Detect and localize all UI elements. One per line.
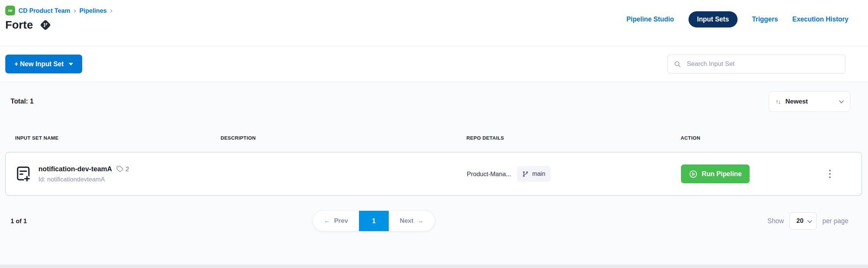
title-row: Forte (5, 19, 112, 31)
table-row[interactable]: notification-dev-teamA 2 Id: notificatio… (5, 152, 862, 196)
input-sets-page: ∞ CD Product Team › Pipelines › Forte (0, 0, 868, 268)
repo-name: Product-Mana... (467, 171, 511, 178)
pagination-row: 1 of 1 ← Prev 1 Next → Show 20 per pag (11, 211, 848, 231)
window-bottom-edge (0, 265, 868, 268)
input-set-name-stack: notification-dev-teamA 2 Id: notificatio… (38, 165, 129, 183)
breadcrumb-link-pipelines[interactable]: Pipelines (80, 7, 107, 14)
summary-row: Total: 1 ↑↓ Newest (11, 91, 850, 112)
prev-label: Prev (334, 217, 348, 225)
chevron-down-icon (839, 99, 844, 104)
chevron-right-icon: › (110, 6, 112, 15)
page-header: ∞ CD Product Team › Pipelines › Forte (0, 0, 868, 46)
column-header-input-set-name: INPUT SET NAME (15, 135, 221, 141)
git-repo-icon (40, 20, 51, 31)
arrow-left-icon: ← (324, 217, 330, 225)
column-header-repo-details: REPO DETAILS (466, 135, 681, 141)
tag-count: 2 (116, 165, 129, 173)
page-range-label: 1 of 1 (11, 218, 27, 225)
sort-selected-value: Newest (785, 98, 840, 105)
prev-page-button[interactable]: ← Prev (313, 211, 359, 231)
chevron-down-icon (807, 218, 812, 223)
table-header-row: INPUT SET NAME DESCRIPTION REPO DETAILS … (5, 135, 862, 141)
cd-module-icon: ∞ (5, 6, 15, 15)
play-circle-icon (689, 170, 698, 178)
breadcrumb: ∞ CD Product Team › Pipelines › (5, 6, 112, 15)
tab-input-sets[interactable]: Input Sets (689, 11, 738, 27)
header-left: ∞ CD Product Team › Pipelines › Forte (5, 0, 112, 46)
git-branch-icon (522, 171, 529, 177)
chevron-down-icon (69, 63, 73, 65)
tab-execution-history[interactable]: Execution History (792, 15, 848, 23)
tag-count-value: 2 (126, 166, 129, 173)
pipeline-nav-tabs: Pipeline Studio Input Sets Triggers Exec… (626, 11, 848, 28)
run-pipeline-label: Run Pipeline (702, 170, 742, 178)
pager: ← Prev 1 Next → (313, 211, 435, 231)
run-pipeline-button[interactable]: Run Pipeline (681, 164, 750, 183)
column-header-action: ACTION (681, 135, 856, 141)
tags-icon (116, 165, 124, 173)
more-options-icon[interactable] (826, 167, 834, 181)
toolbar: + New Input Set (0, 46, 868, 82)
input-set-document-icon (15, 166, 31, 182)
arrow-right-icon: → (417, 217, 424, 225)
tab-triggers[interactable]: Triggers (752, 15, 778, 23)
branch-badge: main (517, 166, 551, 182)
page-size-select[interactable]: 20 (790, 212, 817, 230)
input-set-name: notification-dev-teamA (38, 165, 112, 173)
page-title: Forte (5, 19, 33, 31)
new-input-set-label: + New Input Set (14, 60, 64, 68)
search-icon (674, 60, 681, 68)
breadcrumb-link-project[interactable]: CD Product Team (18, 7, 70, 14)
page-size-value: 20 (796, 217, 804, 225)
search-input[interactable] (686, 60, 839, 68)
input-sets-content: Total: 1 ↑↓ Newest INPUT SET NAME DESCRI… (0, 82, 868, 268)
chevron-right-icon: › (74, 6, 76, 15)
show-label: Show (767, 217, 784, 225)
new-input-set-button[interactable]: + New Input Set (5, 55, 82, 73)
input-set-name-cell: notification-dev-teamA 2 Id: notificatio… (15, 165, 221, 183)
sort-dropdown[interactable]: ↑↓ Newest (769, 91, 850, 112)
page-size-control: Show 20 per page (767, 212, 848, 230)
per-page-label: per page (822, 217, 848, 225)
total-count-label: Total: 1 (11, 97, 34, 105)
tab-pipeline-studio[interactable]: Pipeline Studio (626, 15, 674, 23)
column-header-description: DESCRIPTION (221, 135, 466, 141)
search-box (667, 55, 845, 73)
next-label: Next (400, 217, 414, 225)
repo-details-cell: Product-Mana... main (467, 166, 681, 182)
input-set-id: Id: notificationdevteamA (38, 176, 129, 183)
action-cell: Run Pipeline (681, 164, 856, 183)
next-page-button[interactable]: Next → (389, 211, 435, 231)
branch-name: main (532, 171, 545, 177)
current-page-button[interactable]: 1 (359, 211, 389, 231)
sort-arrows-icon: ↑↓ (776, 98, 781, 105)
input-set-name-line: notification-dev-teamA 2 (38, 165, 129, 173)
